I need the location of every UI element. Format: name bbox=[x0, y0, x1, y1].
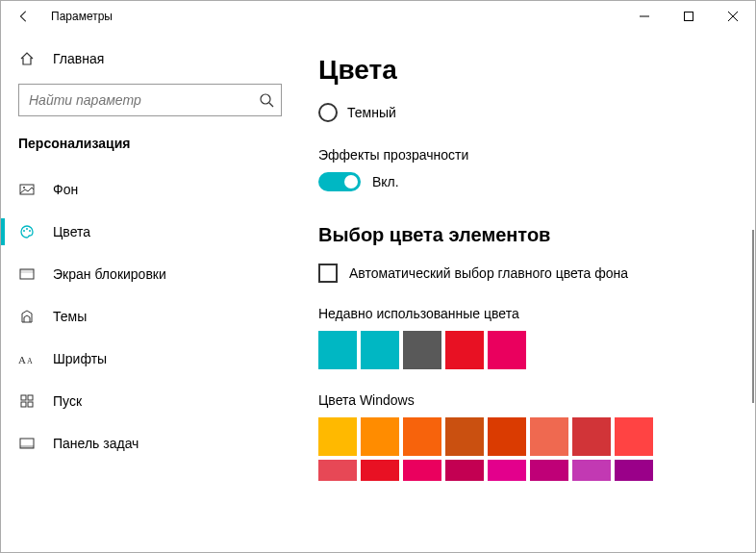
color-swatch[interactable] bbox=[615, 460, 653, 481]
back-button[interactable] bbox=[9, 1, 39, 32]
window-title: Параметры bbox=[51, 10, 113, 23]
svg-text:A: A bbox=[18, 354, 26, 365]
search-input[interactable] bbox=[18, 84, 282, 116]
sidebar-item-lockscreen[interactable]: Экран блокировки bbox=[1, 253, 299, 295]
sidebar-item-start[interactable]: Пуск bbox=[1, 380, 299, 422]
palette-icon bbox=[18, 223, 36, 240]
color-swatch[interactable] bbox=[361, 460, 399, 481]
accent-heading: Выбор цвета элементов bbox=[318, 224, 728, 246]
color-swatch[interactable] bbox=[318, 460, 357, 481]
color-swatch[interactable] bbox=[572, 417, 611, 456]
auto-pick-checkbox-row[interactable]: Автоматический выбор главного цвета фона bbox=[318, 264, 728, 283]
svg-rect-1 bbox=[685, 13, 693, 21]
fonts-icon: AA bbox=[18, 350, 36, 367]
color-swatch[interactable] bbox=[445, 331, 484, 369]
maximize-button[interactable] bbox=[667, 1, 711, 32]
color-swatch[interactable] bbox=[361, 331, 399, 369]
color-swatch[interactable] bbox=[615, 417, 653, 456]
svg-point-8 bbox=[29, 230, 31, 232]
transparency-label: Эффекты прозрачности bbox=[318, 147, 728, 163]
sidebar: Главная Персонализация Фон Цвета bbox=[1, 32, 299, 552]
auto-pick-label: Автоматический выбор главного цвета фона bbox=[349, 265, 628, 281]
sidebar-item-background[interactable]: Фон bbox=[1, 168, 299, 211]
color-swatch[interactable] bbox=[488, 331, 526, 369]
sidebar-item-label: Пуск bbox=[53, 393, 82, 409]
sidebar-item-label: Шрифты bbox=[53, 351, 107, 366]
dark-mode-option[interactable]: Темный bbox=[318, 103, 728, 122]
svg-rect-15 bbox=[21, 402, 26, 407]
color-swatch[interactable] bbox=[530, 460, 568, 481]
toggle-state-label: Вкл. bbox=[372, 174, 399, 189]
minimize-button[interactable] bbox=[622, 1, 667, 32]
color-swatch[interactable] bbox=[318, 331, 357, 369]
svg-text:A: A bbox=[27, 357, 33, 365]
color-swatch[interactable] bbox=[403, 417, 441, 456]
themes-icon bbox=[18, 308, 36, 325]
svg-rect-14 bbox=[28, 395, 33, 400]
start-icon bbox=[18, 392, 36, 410]
picture-icon bbox=[18, 181, 36, 198]
svg-line-3 bbox=[269, 103, 273, 107]
color-swatch[interactable] bbox=[403, 331, 441, 369]
home-icon bbox=[18, 50, 36, 67]
color-swatch[interactable] bbox=[403, 460, 441, 481]
color-swatch[interactable] bbox=[445, 417, 484, 456]
windows-colors-row bbox=[318, 417, 703, 456]
svg-rect-10 bbox=[20, 269, 34, 273]
close-button[interactable] bbox=[711, 1, 755, 32]
sidebar-item-label: Экран блокировки bbox=[53, 266, 166, 282]
sidebar-item-themes[interactable]: Темы bbox=[1, 295, 299, 338]
sidebar-item-label: Цвета bbox=[53, 224, 90, 239]
sidebar-item-colors[interactable]: Цвета bbox=[1, 211, 299, 253]
sidebar-item-label: Фон bbox=[53, 182, 78, 197]
color-swatch[interactable] bbox=[488, 460, 526, 481]
scrollbar[interactable] bbox=[752, 230, 754, 403]
content-pane: Цвета Темный Эффекты прозрачности Вкл. В… bbox=[299, 32, 755, 552]
page-title: Цвета bbox=[318, 55, 728, 86]
recent-colors-label: Недавно использованные цвета bbox=[318, 306, 728, 321]
taskbar-icon bbox=[18, 435, 36, 452]
transparency-toggle[interactable] bbox=[318, 172, 361, 191]
search-icon bbox=[259, 92, 274, 108]
color-swatch[interactable] bbox=[530, 417, 568, 456]
svg-point-2 bbox=[261, 94, 270, 104]
sidebar-item-fonts[interactable]: AA Шрифты bbox=[1, 338, 299, 380]
svg-rect-16 bbox=[28, 402, 33, 407]
svg-rect-18 bbox=[20, 445, 34, 448]
dark-mode-label: Темный bbox=[347, 105, 396, 120]
svg-rect-13 bbox=[21, 395, 26, 400]
color-swatch[interactable] bbox=[488, 417, 526, 456]
svg-point-7 bbox=[26, 228, 28, 230]
sidebar-item-label: Темы bbox=[53, 309, 87, 324]
lockscreen-icon bbox=[18, 265, 36, 283]
color-swatch[interactable] bbox=[318, 417, 357, 456]
radio-icon bbox=[318, 103, 338, 122]
windows-colors-label: Цвета Windows bbox=[318, 392, 728, 408]
color-swatch[interactable] bbox=[445, 460, 484, 481]
svg-point-5 bbox=[23, 187, 25, 189]
svg-rect-4 bbox=[20, 185, 34, 194]
home-label: Главная bbox=[53, 51, 104, 66]
windows-colors-row bbox=[318, 460, 703, 481]
sidebar-item-label: Панель задач bbox=[53, 436, 139, 451]
sidebar-item-taskbar[interactable]: Панель задач bbox=[1, 422, 299, 465]
checkbox-icon bbox=[318, 264, 338, 283]
color-swatch[interactable] bbox=[361, 417, 399, 456]
svg-point-6 bbox=[23, 230, 25, 232]
recent-colors-row bbox=[318, 331, 703, 369]
section-heading: Персонализация bbox=[1, 132, 299, 168]
color-swatch[interactable] bbox=[572, 460, 611, 481]
home-nav[interactable]: Главная bbox=[1, 39, 299, 78]
